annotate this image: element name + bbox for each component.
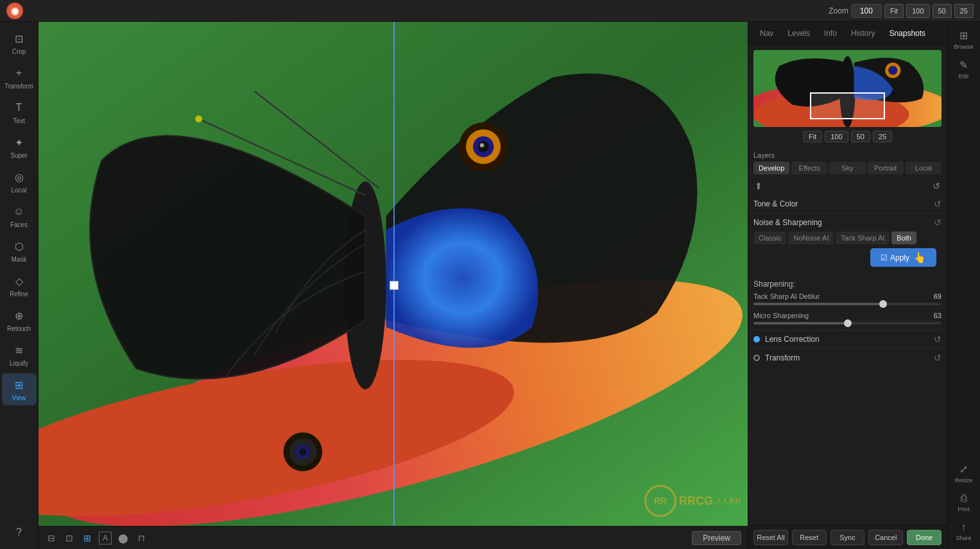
upload-icon[interactable]: ⬆	[753, 180, 764, 192]
far-right-print[interactable]: ⎙ Print	[949, 490, 979, 515]
text-icon: T	[12, 100, 27, 115]
lens-correction-row[interactable]: Lens Correction ↺	[748, 330, 947, 348]
micro-sharp-slider-group: Micro Sharpening 63	[748, 310, 947, 330]
split-handle[interactable]	[390, 281, 399, 290]
split-line[interactable]	[393, 22, 395, 549]
reset-all-btn[interactable]: Reset All	[753, 530, 788, 545]
compare-icon[interactable]: ⊡	[63, 532, 76, 545]
cancel-btn[interactable]: Cancel	[868, 530, 903, 545]
circle-icon[interactable]: ⬤	[117, 532, 130, 545]
mask-label: Mask	[12, 256, 27, 263]
filter-tab-classic[interactable]: Classic	[753, 232, 786, 244]
preview-btn[interactable]: Preview	[692, 531, 741, 545]
tack-sharp-slider[interactable]	[753, 303, 941, 305]
nav-tabs: Nav Levels Info History Snapshots	[748, 22, 947, 45]
panel-icons: ⬆ ↺	[748, 177, 947, 195]
noise-sharpening-header[interactable]: Noise & Sharpening ↺	[748, 214, 947, 232]
thumb-zoom-50[interactable]: 50	[851, 131, 870, 142]
svg-point-8	[480, 143, 484, 147]
tack-sharp-thumb[interactable]	[879, 300, 887, 308]
sharpening-header: Sharpening:	[748, 276, 947, 291]
mask-icon: ⬡	[12, 239, 27, 254]
zoom-label: Zoom	[829, 6, 848, 15]
svg-point-14	[195, 115, 202, 122]
nav-tab-nav[interactable]: Nav	[753, 26, 780, 40]
edit-icon: ✎	[959, 59, 968, 71]
share-icon: ↑	[961, 521, 967, 533]
thumb-zoom-25[interactable]: 25	[873, 131, 892, 142]
super-icon: ✦	[12, 135, 27, 150]
tone-color-reset-icon[interactable]: ↺	[934, 199, 941, 209]
tool-retouch[interactable]: ⊕ Retouch	[2, 304, 37, 336]
sync-btn[interactable]: Sync	[830, 530, 865, 545]
canvas-area[interactable]: ⊟ ⊡ ⊞ A ⬤ ⊓ Preview RR RRCG 人人素材	[39, 22, 748, 549]
micro-sharp-thumb[interactable]	[844, 319, 852, 327]
apply-label: Apply	[890, 253, 909, 262]
tool-help[interactable]: ?	[2, 521, 37, 544]
watermark-subtitle: 人人素材	[716, 497, 741, 505]
view-label: View	[12, 394, 26, 401]
micro-sharp-slider[interactable]	[753, 322, 941, 325]
nav-tab-levels[interactable]: Levels	[781, 26, 816, 40]
zoom-50-btn[interactable]: 50	[933, 4, 952, 18]
zoom-input[interactable]	[851, 4, 882, 18]
layer-icon[interactable]: ⊟	[45, 532, 58, 545]
split-view-icon[interactable]: ⊞	[81, 532, 94, 545]
share-label: Share	[956, 535, 971, 541]
bracket-icon[interactable]: ⊓	[135, 532, 148, 545]
layer-tabs: Develop Effects Sky Portrait Local	[753, 162, 941, 174]
apply-button[interactable]: ☑ Apply 👆	[870, 248, 936, 267]
filter-apply-row: Classic NoNoise AI Tack Sharp AI Both	[748, 232, 947, 248]
layer-tab-sky[interactable]: Sky	[829, 162, 865, 174]
retouch-label: Retouch	[7, 325, 31, 332]
transform-row[interactable]: Transform ↺	[748, 348, 947, 367]
svg-point-21	[888, 66, 897, 75]
filter-tab-both[interactable]: Both	[891, 232, 916, 244]
layer-tab-local[interactable]: Local	[906, 162, 941, 174]
zoom-fit-btn[interactable]: Fit	[884, 4, 904, 18]
a-icon[interactable]: A	[99, 532, 112, 545]
layer-tab-develop[interactable]: Develop	[753, 162, 789, 174]
filter-tab-nonoise[interactable]: NoNoise AI	[788, 232, 834, 244]
nav-tab-history[interactable]: History	[845, 26, 881, 40]
tool-faces[interactable]: ☺ Faces	[2, 200, 37, 232]
tool-crop[interactable]: ⊡ Crop	[2, 27, 37, 59]
liquify-label: Liquify	[10, 360, 28, 367]
filter-tab-tacksharp[interactable]: Tack Sharp AI	[836, 232, 890, 244]
tool-super[interactable]: ✦ Super	[2, 131, 37, 163]
view-icon: ⊞	[12, 377, 27, 393]
tool-view[interactable]: ⊞ View	[2, 373, 37, 405]
nav-tab-snapshots[interactable]: Snapshots	[882, 26, 932, 40]
layer-tab-effects[interactable]: Effects	[791, 162, 827, 174]
transform-icon: +	[12, 65, 27, 81]
far-right-share[interactable]: ↑ Share	[949, 519, 979, 544]
crop-icon: ⊡	[12, 31, 27, 46]
tool-local[interactable]: ◎ Local	[2, 165, 37, 198]
action-bar: Reset All Reset Sync Cancel Done	[748, 525, 947, 549]
thumb-zoom-fit[interactable]: Fit	[803, 131, 822, 142]
thumb-zoom-100[interactable]: 100	[825, 131, 848, 142]
tool-refine[interactable]: ◇ Refine	[2, 269, 37, 301]
done-btn[interactable]: Done	[907, 530, 941, 545]
tool-transform[interactable]: + Transform	[2, 62, 37, 94]
tool-mask[interactable]: ⬡ Mask	[2, 235, 37, 267]
crop-label: Crop	[12, 48, 26, 55]
transform-reset-icon[interactable]: ↺	[934, 353, 941, 363]
reset-icon[interactable]: ↺	[931, 180, 941, 192]
tool-text[interactable]: T Text	[2, 96, 37, 128]
far-right-resize[interactable]: ⤢ Resize	[949, 460, 979, 486]
far-right-edit[interactable]: ✎ Edit	[949, 56, 979, 82]
lens-correction-reset-icon[interactable]: ↺	[934, 334, 941, 344]
far-right-browse[interactable]: ⊞ Browse	[949, 27, 979, 53]
watermark: RR RRCG 人人素材	[644, 485, 741, 517]
print-label: Print	[958, 506, 970, 512]
zoom-25-btn[interactable]: 25	[954, 4, 974, 18]
tool-liquify[interactable]: ≋ Liquify	[2, 339, 37, 371]
reset-btn[interactable]: Reset	[792, 530, 827, 545]
layer-tab-portrait[interactable]: Portrait	[868, 162, 904, 174]
tone-color-section-header[interactable]: Tone & Color ↺	[748, 195, 947, 213]
layers-label: Layers	[753, 148, 941, 162]
nav-tab-info[interactable]: Info	[818, 26, 843, 40]
zoom-100-btn[interactable]: 100	[906, 4, 929, 18]
noise-sharpening-reset-icon[interactable]: ↺	[934, 217, 941, 228]
